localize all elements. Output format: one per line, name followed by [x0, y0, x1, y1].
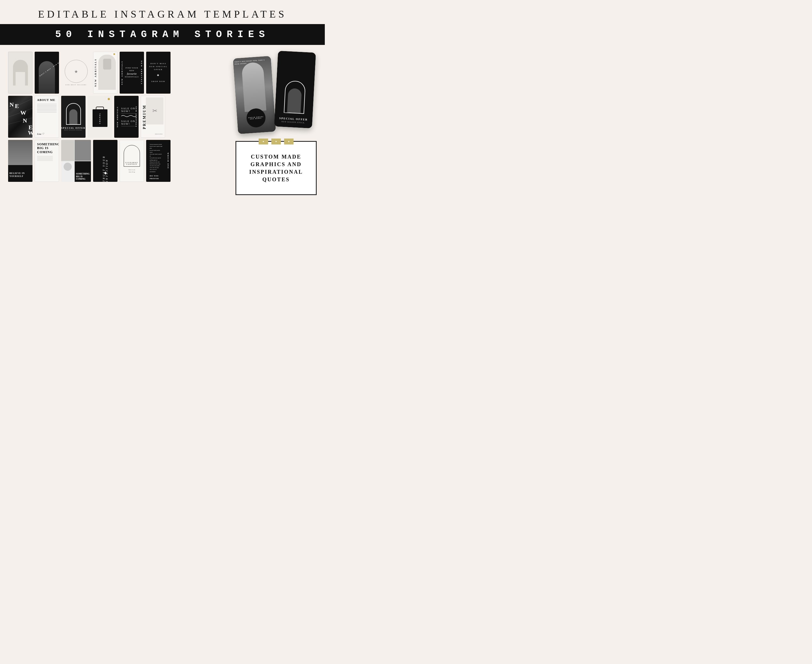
page-wrapper: EDITABLE INSTAGRAM TEMPLATES 50 INSTAGRA… [0, 0, 325, 206]
star-deco: ✦ [147, 73, 169, 78]
text-lines [37, 156, 57, 161]
banner-text: 50 INSTAGRAM STORIES [55, 29, 270, 40]
sale-text-1: SALE ON NOW? [121, 107, 136, 114]
content-area: WHAT'S HOT · OUR BEST SELLERS · WHAT'S H… [0, 49, 325, 198]
about-me-signature: Lisa ♡ [37, 133, 57, 135]
gold-dot [113, 53, 115, 55]
something-big-title: SOMETHING BIG IS COMING [37, 142, 57, 154]
line-s5 [37, 160, 53, 161]
template-card-something-white[interactable]: SOMETHING BIG IS COMING [35, 140, 59, 182]
right-side: WHAT'S HOT RIGHT NOW, TAKE A PEEK INSIDE… [235, 52, 317, 195]
card-image-area [98, 55, 116, 90]
premium-image: ✂ [146, 98, 163, 124]
custom-made-box: ♥ ♥ ♥ CUSTOM MADE GRAPHICS AND INSPIRATI… [235, 141, 317, 195]
phone-arch [284, 80, 306, 114]
trust-star-icon: ✦ [103, 170, 108, 176]
sale-text-2: SALE ON NOW! [121, 120, 136, 126]
w2-text: W [28, 129, 33, 137]
collage-cell-4: SOMETHING BIG IS COMING [75, 161, 91, 182]
circle-ring: ★ [65, 60, 88, 83]
custom-line4: QUOTES [249, 176, 303, 183]
chanel-label: CHANEL [99, 112, 101, 124]
something-big-label: SOMETHING BIG IS COMING [76, 173, 90, 181]
line4 [37, 108, 57, 108]
new-season-label: NEW SEASON STOCK. [64, 129, 83, 131]
which-content: Cake tart macaroon oat jellybeans browni… [148, 142, 168, 181]
template-card-new-arrivals-vert[interactable]: NEW ARRIVALS [93, 52, 117, 94]
grid-row-2: N E W N E W ABOUT ME [8, 96, 230, 138]
arch-inner [16, 72, 25, 86]
template-card-special-offer[interactable]: SPECIAL OFFER NEW SEASON STOCK. [61, 96, 86, 138]
arch-outline [66, 103, 81, 125]
na-vert-left: NEW ARRIVALS [121, 52, 123, 94]
new-arrivals-vert-right: NEW ARRIVALS [135, 106, 137, 127]
template-card-believe[interactable]: BELIEVE INYOURSELF [8, 140, 33, 182]
w-text: W [20, 109, 26, 116]
sale-content: SALE ON NOW? SALE ON NOW! [121, 107, 136, 126]
custom-line3: INSPIRATIONAL [249, 168, 303, 176]
line7 [37, 112, 57, 112]
custom-line1: CUSTOM MADE [249, 153, 303, 160]
giveaway-arch: GIVEAWAYCONTEST [124, 145, 140, 167]
template-card-black-model[interactable]: WHAT'S HOT · OUR BEST SELLERS · WHAT'S H… [35, 52, 59, 94]
heart-icon-2: ♥ [275, 140, 277, 143]
phone-model-figure [241, 62, 266, 112]
template-card-chanel[interactable]: CHANEL [88, 96, 112, 138]
about-me-title: ABOUT ME [37, 98, 57, 101]
template-card-collage[interactable]: SOMETHING BIG IS COMING [61, 140, 91, 182]
na-label-right-sale: NEW ARRIVALS [135, 96, 137, 138]
new-arrivals-vert: NEW ARRIVALS [116, 106, 119, 127]
star-icon: ★ [74, 69, 78, 74]
which-vert-label: WHICH ONE [167, 140, 169, 182]
tape-piece-1: ♥ [259, 138, 268, 145]
arch-shape [13, 60, 28, 86]
template-card-trust[interactable]: TRUST YOUR INTUITION ✦ [93, 140, 117, 182]
circle-container: ★ [65, 60, 88, 83]
template-card-new-arrivals-black[interactable]: NEW ARRIVALS FIND YOURNEW favourite ESSE… [120, 52, 144, 94]
collage-cell-1 [61, 140, 74, 161]
arch-figure-silhouette [69, 109, 77, 124]
new-text-bottom: N [23, 117, 27, 124]
template-card-sale[interactable]: NEW ARRIVALS SALE ON NOW? SALE ON NOW! N… [114, 96, 139, 138]
dont-miss-text: DON'T MISS OUR SPECIAL OFFER ✦ SHOP NOW [146, 61, 171, 85]
na-vert-right: NEW ARRIVALS [140, 52, 143, 94]
template-card-which-one[interactable]: WHICH ONE Cake tart macaroon oat jellybe… [146, 140, 171, 182]
which-question-label: DO YOUPREFER [150, 175, 163, 180]
phone-mockup-front: SPECIAL OFFER NEW SEASON STOCK. [274, 51, 316, 129]
template-card-premium[interactable]: PREMIUM ✂ DESIGNS [141, 96, 165, 138]
template-card-arch-white[interactable] [8, 52, 33, 94]
template-card-giveaway[interactable]: GIVEAWAYCONTEST Enter to winshare & tag [120, 140, 144, 182]
giveaway-title: GIVEAWAYCONTEST [125, 162, 138, 165]
grid-row-3: BELIEVE INYOURSELF SOMETHING BIG IS COMI… [8, 140, 230, 182]
shop-now: SHOP NOW [151, 80, 165, 83]
phones-container: WHAT'S HOT RIGHT NOW, TAKE A PEEK INSIDE… [235, 52, 317, 135]
image-object [103, 59, 111, 70]
designs-label: DESIGNS [155, 133, 163, 135]
heart-icon-1: ♥ [263, 140, 264, 143]
template-card-dont-miss[interactable]: DON'T MISS OUR SPECIAL OFFER ✦ SHOP NOW [146, 52, 171, 94]
line5 [37, 109, 57, 110]
templates-grid: WHAT'S HOT · OUR BEST SELLERS · WHAT'S H… [8, 52, 230, 195]
line6 [37, 111, 57, 111]
collage-grid: SOMETHING BIG IS COMING [61, 140, 91, 182]
gold-dot-chanel [108, 98, 110, 100]
tape-piece-2: ♥ [271, 138, 281, 145]
heart-icon-3: ♥ [288, 140, 289, 143]
tape-strip: ♥ ♥ ♥ [259, 138, 293, 145]
template-card-circular[interactable]: ★ OUR BEST SELLERS [61, 52, 91, 94]
believe-text: BELIEVE INYOURSELF [10, 172, 24, 178]
new-text-top: N [10, 101, 14, 108]
na-label: NEW ARRIVALS [121, 60, 123, 85]
custom-made-text: CUSTOM MADE GRAPHICS AND INSPIRATIONAL Q… [249, 153, 303, 183]
e-text: E [15, 103, 19, 110]
tape-piece-3: ♥ [284, 138, 293, 145]
giveaway-details: Enter to winshare & tag [129, 169, 135, 173]
new-arrivals-label: NEW ARRIVALS [94, 59, 97, 87]
template-card-about-me[interactable]: ABOUT ME Lisa ♡ [35, 96, 59, 138]
template-card-marble[interactable]: N E W N E W [8, 96, 33, 138]
ring-deco [64, 163, 72, 171]
phone-mockup-back: WHAT'S HOT RIGHT NOW, TAKE A PEEK INSIDE… [233, 56, 276, 134]
find-your-text: FIND YOURNEW favourite ESSENTIALS [124, 65, 140, 80]
na-label-right: NEW ARRIVALS [140, 60, 143, 85]
phone-back-bg: WHAT'S HOT RIGHT NOW, TAKE A PEEK INSIDE… [233, 56, 276, 134]
